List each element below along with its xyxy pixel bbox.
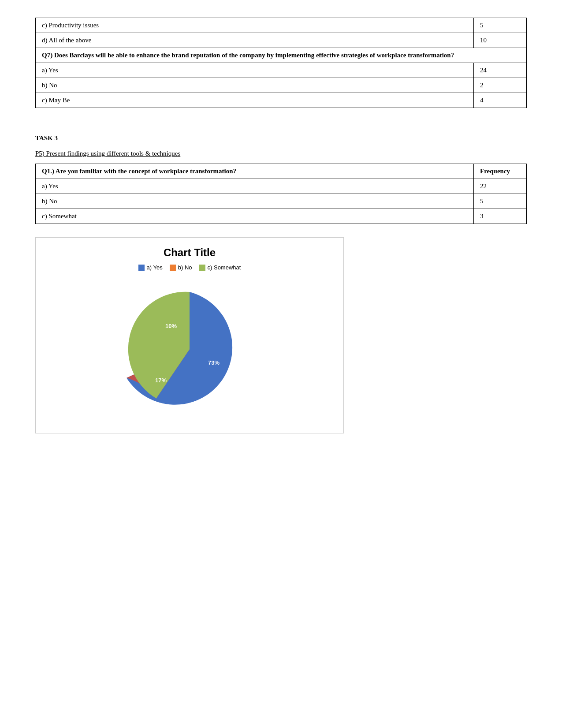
table-row: a) Yes 24	[36, 63, 527, 78]
q7-question-text: Q7) Does Barclays will be able to enhanc…	[36, 48, 527, 63]
table-row: c) Productivity issues 5	[36, 18, 527, 33]
pie-label-a: 73%	[208, 359, 220, 366]
chart-title: Chart Title	[49, 246, 330, 259]
q7-option-a-freq: 24	[474, 63, 527, 78]
option-d-label: d) All of the above	[36, 33, 474, 48]
top-options-table: c) Productivity issues 5 d) All of the a…	[35, 18, 527, 108]
pie-chart-area: 73% 17% 10%	[49, 279, 330, 420]
chart-container: Chart Title a) Yes b) No c) Somewhat 73	[35, 237, 344, 433]
q1-option-a-label: a) Yes	[36, 179, 474, 194]
q7-option-b-label: b) No	[36, 78, 474, 93]
option-d-freq: 10	[474, 33, 527, 48]
q7-question-row: Q7) Does Barclays will be able to enhanc…	[36, 48, 527, 63]
q1-header-row: Q1.) Are you familiar with the concept o…	[36, 164, 527, 179]
table-row: a) Yes 22	[36, 179, 527, 194]
q7-option-a-label: a) Yes	[36, 63, 474, 78]
table-row: c) Somewhat 3	[36, 209, 527, 224]
legend-item-a: a) Yes	[138, 264, 163, 271]
legend-label-b: b) No	[178, 264, 192, 271]
pie-label-c: 10%	[165, 323, 177, 329]
p5-label: P5) Present findings using different too…	[35, 150, 527, 157]
legend-color-c	[199, 265, 205, 271]
option-c-label: c) Productivity issues	[36, 18, 474, 33]
legend-label-c: c) Somewhat	[208, 264, 241, 271]
table-row: b) No 2	[36, 78, 527, 93]
legend-item-b: b) No	[170, 264, 192, 271]
q1-table: Q1.) Are you familiar with the concept o…	[35, 164, 527, 224]
option-c-freq: 5	[474, 18, 527, 33]
q1-option-a-freq: 22	[474, 179, 527, 194]
task-heading: TASK 3	[35, 134, 527, 142]
table-row: d) All of the above 10	[36, 33, 527, 48]
table-row: b) No 5	[36, 194, 527, 209]
chart-legend: a) Yes b) No c) Somewhat	[49, 264, 330, 271]
q1-option-c-freq: 3	[474, 209, 527, 224]
q1-option-b-label: b) No	[36, 194, 474, 209]
legend-label-a: a) Yes	[147, 264, 163, 271]
q1-option-b-freq: 5	[474, 194, 527, 209]
pie-label-b: 17%	[155, 377, 167, 384]
q1-frequency-header: Frequency	[474, 164, 527, 179]
q7-option-c-freq: 4	[474, 93, 527, 108]
legend-color-a	[138, 265, 145, 271]
q1-question-text: Q1.) Are you familiar with the concept o…	[36, 164, 474, 179]
legend-item-c: c) Somewhat	[199, 264, 241, 271]
table-row: c) May Be 4	[36, 93, 527, 108]
q7-option-b-freq: 2	[474, 78, 527, 93]
q1-option-c-label: c) Somewhat	[36, 209, 474, 224]
pie-chart-svg: 73% 17% 10%	[119, 279, 260, 420]
q7-option-c-label: c) May Be	[36, 93, 474, 108]
legend-color-b	[170, 265, 176, 271]
